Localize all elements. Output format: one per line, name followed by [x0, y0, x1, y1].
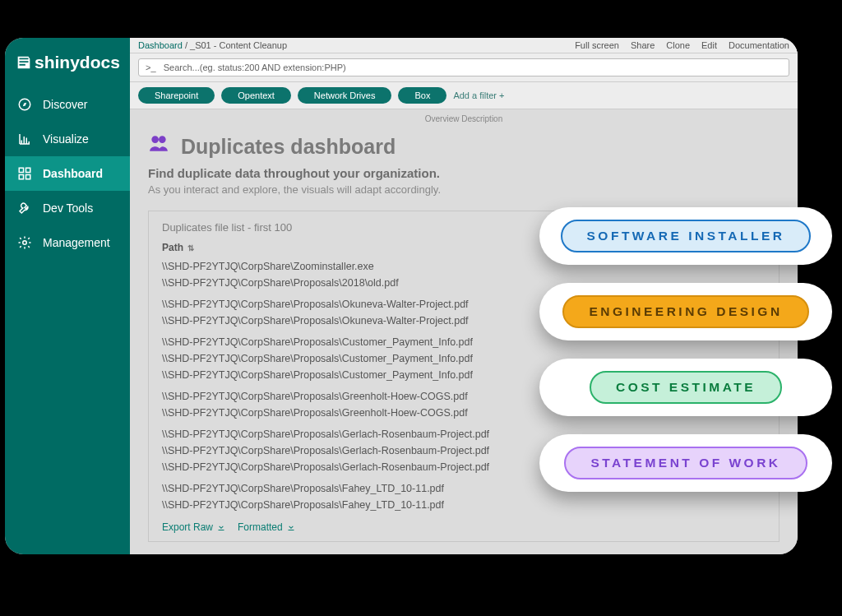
filter-pill-opentext[interactable]: Opentext [221, 87, 291, 104]
filter-pill-sharepoint[interactable]: Sharepoint [138, 87, 215, 104]
action-edit[interactable]: Edit [701, 40, 717, 50]
page-subtitle: Find duplicate data throughout your orga… [148, 166, 780, 180]
svg-point-5 [23, 241, 27, 245]
page-description: As you interact and explore, the visuals… [148, 183, 780, 196]
column-label: Path [162, 242, 183, 253]
brand-text: shinydocs [35, 53, 120, 72]
export-row: Export Raw Formatted [162, 521, 766, 533]
wrench-icon [16, 200, 33, 216]
sidebar-item-label: Dev Tools [43, 201, 93, 215]
bar-chart-icon [16, 131, 33, 147]
action-clone[interactable]: Clone [666, 40, 690, 50]
header-block: Duplicates dashboard Find duplicate data… [130, 123, 798, 204]
search-placeholder: Search...(eg. status:200 AND extension:P… [164, 63, 346, 72]
brand-icon [15, 53, 33, 72]
download-icon [216, 522, 226, 532]
brand-logo: shinydocs [5, 46, 130, 87]
sidebar-item-label: Dashboard [43, 167, 103, 180]
sidebar-item-label: Management [43, 236, 110, 249]
filter-pill-box[interactable]: Box [398, 87, 446, 104]
sidebar-item-discover[interactable]: Discover [5, 87, 130, 122]
category-chip-software-installer[interactable]: SOFTWARE INSTALLER [561, 220, 812, 252]
overview-description-label: Overview Description [130, 109, 798, 123]
export-raw-label: Export Raw [162, 521, 213, 533]
svg-rect-4 [26, 175, 30, 179]
sidebar-item-management[interactable]: Management [5, 225, 130, 260]
page-title: Duplicates dashboard [181, 135, 396, 159]
action-documentation[interactable]: Documentation [729, 40, 789, 50]
people-icon [148, 133, 169, 160]
sidebar-item-devtools[interactable]: Dev Tools [5, 191, 130, 225]
add-filter[interactable]: Add a filter + [453, 90, 504, 100]
download-icon [286, 522, 296, 532]
topbar: Dashboard / _S01 - Content Cleanup Full … [130, 38, 798, 53]
sidebar: shinydocs Discover Visualize Dashboard D… [5, 38, 130, 554]
category-chip-cost-estimate[interactable]: COST ESTIMATE [590, 371, 782, 404]
category-chip-statement-of-work[interactable]: STATEMENT OF WORK [564, 447, 807, 479]
filter-row: Sharepoint Opentext Network Drives Box A… [130, 82, 798, 109]
breadcrumb-current: _S01 - Content Cleanup [190, 40, 287, 50]
category-chip-card: COST ESTIMATE [539, 359, 832, 416]
plus-icon: + [499, 90, 504, 100]
svg-rect-2 [26, 168, 30, 172]
filter-pill-networkdrives[interactable]: Network Drives [298, 87, 392, 104]
gear-icon [16, 234, 33, 251]
topbar-actions: Full screen Share Clone Edit Documentati… [575, 40, 789, 50]
action-fullscreen[interactable]: Full screen [575, 40, 619, 50]
breadcrumb-root[interactable]: Dashboard [138, 40, 183, 50]
svg-rect-1 [19, 168, 23, 172]
title-row: Duplicates dashboard [148, 133, 780, 160]
export-formatted-button[interactable]: Formatted [238, 521, 296, 533]
breadcrumb: Dashboard / _S01 - Content Cleanup [138, 40, 287, 50]
sort-icon: ⇅ [187, 243, 194, 252]
search-input[interactable]: >_ Search...(eg. status:200 AND extensio… [138, 58, 789, 76]
category-chip-engineering-design[interactable]: ENGINEERING DESIGN [562, 295, 808, 328]
export-raw-button[interactable]: Export Raw [162, 521, 226, 533]
compass-icon [16, 96, 33, 113]
category-chip-card: SOFTWARE INSTALLER [539, 207, 832, 265]
action-share[interactable]: Share [631, 40, 655, 50]
sidebar-item-dashboard[interactable]: Dashboard [5, 156, 130, 191]
sidebar-item-label: Discover [43, 98, 87, 111]
category-chip-card: ENGINEERING DESIGN [539, 283, 832, 340]
category-chip-card: STATEMENT OF WORK [539, 434, 832, 492]
export-formatted-label: Formatted [238, 521, 283, 533]
sidebar-item-visualize[interactable]: Visualize [5, 122, 130, 156]
add-filter-label: Add a filter [453, 90, 497, 100]
search-row: >_ Search...(eg. status:200 AND extensio… [130, 53, 798, 82]
dashboard-icon [16, 165, 33, 182]
search-prefix: >_ [146, 63, 156, 72]
table-row[interactable]: \\SHD-PF2YTJQ\CorpShare\Proposals\Fahey_… [162, 497, 766, 513]
sidebar-item-label: Visualize [43, 132, 89, 146]
svg-rect-3 [19, 175, 23, 179]
